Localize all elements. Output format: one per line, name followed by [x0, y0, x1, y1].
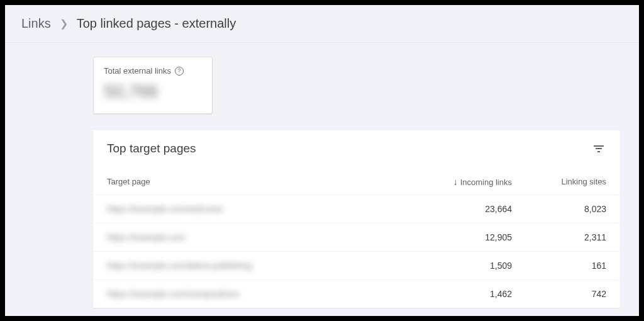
col-header-incoming[interactable]: ↓ Incoming links — [418, 177, 512, 187]
incoming-links-cell: 1,462 — [418, 289, 512, 299]
linking-sites-cell: 161 — [512, 261, 606, 271]
help-icon[interactable]: ? — [175, 67, 184, 76]
incoming-links-cell: 23,664 — [418, 204, 512, 214]
column-headers: Target page ↓ Incoming links Linking sit… — [93, 164, 620, 194]
breadcrumb-current: Top linked pages - externally — [77, 16, 236, 31]
incoming-links-cell: 12,905 — [418, 232, 512, 242]
breadcrumb: Links ❯ Top linked pages - externally — [5, 5, 639, 43]
top-target-pages-card: Top target pages Target page ↓ Incoming … — [93, 130, 620, 308]
table-row[interactable]: https://example.com/compositions 1,462 7… — [93, 279, 620, 308]
target-page-cell: https://example.com/latest-publishing — [107, 261, 418, 271]
linking-sites-cell: 2,311 — [512, 232, 606, 242]
linking-sites-cell: 8,023 — [512, 204, 606, 214]
total-external-links-card: Total external links ? 50,766 — [93, 57, 213, 114]
table-row[interactable]: https://example.com/welcome 23,664 8,023 — [93, 194, 620, 223]
table-row[interactable]: https://example.com/latest-publishing 1,… — [93, 251, 620, 279]
filter-icon[interactable] — [591, 143, 606, 155]
breadcrumb-root-link[interactable]: Links — [21, 16, 51, 31]
stat-label: Total external links — [104, 66, 171, 76]
target-page-cell: https://example.com — [107, 232, 418, 242]
table-row[interactable]: https://example.com 12,905 2,311 — [93, 223, 620, 251]
target-page-cell: https://example.com/welcome — [107, 204, 418, 214]
stat-value: 50,766 — [104, 81, 202, 102]
incoming-links-cell: 1,509 — [418, 261, 512, 271]
col-header-linking[interactable]: Linking sites — [512, 177, 606, 187]
col-header-target[interactable]: Target page — [107, 177, 418, 187]
table-title: Top target pages — [107, 142, 196, 155]
linking-sites-cell: 742 — [512, 289, 606, 299]
chevron-right-icon: ❯ — [60, 18, 68, 30]
target-page-cell: https://example.com/compositions — [107, 289, 418, 299]
arrow-down-icon: ↓ — [453, 177, 458, 187]
